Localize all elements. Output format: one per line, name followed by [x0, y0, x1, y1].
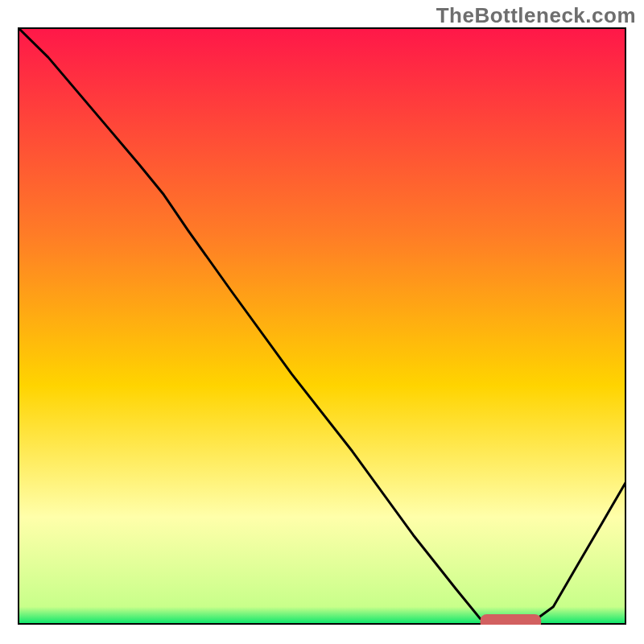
plot-area — [18, 27, 626, 625]
plot-svg — [18, 27, 626, 625]
watermark-text: TheBottleneck.com — [436, 3, 636, 28]
chart-page: TheBottleneck.com — [0, 0, 644, 644]
optimum-marker — [481, 614, 542, 625]
gradient-background — [18, 27, 626, 625]
